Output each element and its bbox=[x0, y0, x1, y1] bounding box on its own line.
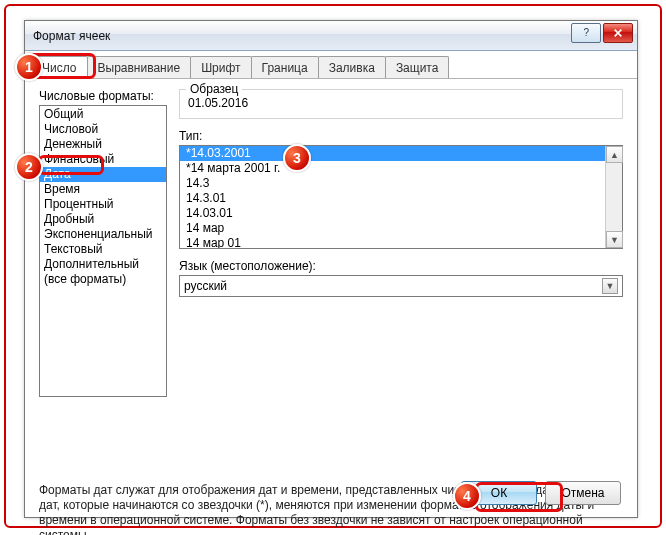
help-button[interactable]: ? bbox=[571, 23, 601, 43]
category-item[interactable]: Денежный bbox=[40, 137, 166, 152]
category-listbox[interactable]: ОбщийЧисловойДенежныйФинансовыйДатаВремя… bbox=[39, 105, 167, 397]
tab-alignment[interactable]: Выравнивание bbox=[87, 56, 192, 78]
category-item[interactable]: (все форматы) bbox=[40, 272, 166, 287]
type-item[interactable]: 14 мар 01 bbox=[180, 236, 605, 248]
scroll-up-arrow-icon[interactable]: ▲ bbox=[606, 146, 623, 163]
cancel-button[interactable]: Отмена bbox=[545, 481, 621, 505]
type-item[interactable]: *14 марта 2001 г. bbox=[180, 161, 605, 176]
category-label: Числовые форматы: bbox=[39, 89, 167, 103]
type-label: Тип: bbox=[179, 129, 623, 143]
category-item[interactable]: Числовой bbox=[40, 122, 166, 137]
language-section: Язык (местоположение): русский ▼ bbox=[179, 259, 623, 297]
callout-3: 3 bbox=[283, 144, 311, 172]
dialog-title: Формат ячеек bbox=[33, 29, 110, 43]
svg-text:?: ? bbox=[584, 28, 590, 38]
format-cells-dialog: Формат ячеек ? Число Выравнивание Шрифт … bbox=[24, 20, 638, 518]
type-item[interactable]: 14 мар bbox=[180, 221, 605, 236]
language-label: Язык (местоположение): bbox=[179, 259, 623, 273]
language-value: русский bbox=[184, 279, 227, 293]
chevron-down-icon: ▼ bbox=[602, 278, 618, 294]
help-icon: ? bbox=[580, 28, 592, 38]
category-item[interactable]: Дробный bbox=[40, 212, 166, 227]
category-item[interactable]: Общий bbox=[40, 107, 166, 122]
category-item[interactable]: Дополнительный bbox=[40, 257, 166, 272]
tab-font[interactable]: Шрифт bbox=[190, 56, 251, 78]
type-item[interactable]: 14.03.01 bbox=[180, 206, 605, 221]
scroll-down-arrow-icon[interactable]: ▼ bbox=[606, 231, 623, 248]
tab-fill[interactable]: Заливка bbox=[318, 56, 386, 78]
category-item[interactable]: Финансовый bbox=[40, 152, 166, 167]
callout-1: 1 bbox=[15, 53, 43, 81]
category-item[interactable]: Текстовый bbox=[40, 242, 166, 257]
callout-4: 4 bbox=[453, 482, 481, 510]
type-listbox[interactable]: *14.03.2001*14 марта 2001 г.14.314.3.011… bbox=[179, 145, 623, 249]
tabs-row: Число Выравнивание Шрифт Граница Заливка… bbox=[25, 55, 637, 79]
type-item[interactable]: 14.3.01 bbox=[180, 191, 605, 206]
tab-content: Числовые форматы: ОбщийЧисловойДенежныйФ… bbox=[25, 79, 637, 475]
titlebar[interactable]: Формат ячеек ? bbox=[25, 21, 637, 51]
sample-value: 01.05.2016 bbox=[188, 96, 614, 110]
callout-2: 2 bbox=[15, 153, 43, 181]
category-item[interactable]: Процентный bbox=[40, 197, 166, 212]
sample-box: Образец 01.05.2016 bbox=[179, 89, 623, 119]
left-column: Числовые форматы: ОбщийЧисловойДенежныйФ… bbox=[39, 89, 167, 397]
close-button[interactable] bbox=[603, 23, 633, 43]
right-column: Образец 01.05.2016 Тип: *14.03.2001*14 м… bbox=[179, 89, 623, 297]
type-item[interactable]: *14.03.2001 bbox=[180, 146, 605, 161]
type-scrollbar[interactable]: ▲ ▼ bbox=[605, 146, 622, 248]
category-item[interactable]: Экспоненциальный bbox=[40, 227, 166, 242]
language-select[interactable]: русский ▼ bbox=[179, 275, 623, 297]
window-controls: ? bbox=[569, 23, 633, 43]
category-item[interactable]: Время bbox=[40, 182, 166, 197]
screenshot-frame: Формат ячеек ? Число Выравнивание Шрифт … bbox=[4, 4, 662, 528]
dialog-buttons: ОК Отмена bbox=[461, 481, 621, 505]
tab-border[interactable]: Граница bbox=[251, 56, 319, 78]
close-icon bbox=[612, 28, 624, 38]
type-item[interactable]: 14.3 bbox=[180, 176, 605, 191]
category-item[interactable]: Дата bbox=[40, 167, 166, 182]
sample-label: Образец bbox=[186, 82, 242, 96]
tab-protection[interactable]: Защита bbox=[385, 56, 450, 78]
